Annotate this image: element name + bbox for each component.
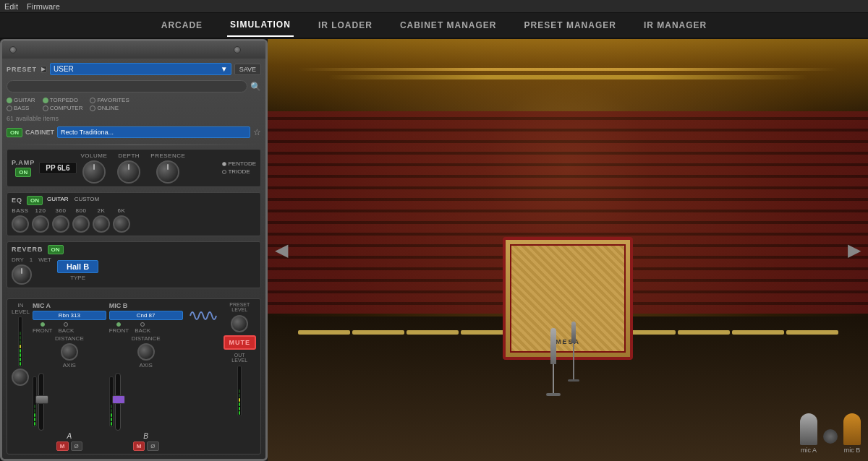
preset-dropdown[interactable]: USER ▼ xyxy=(50,63,231,75)
distance-a-label: DISTANCE xyxy=(33,335,106,342)
meter-seg xyxy=(20,349,21,353)
stage-nav-right[interactable]: ▶ xyxy=(848,240,861,260)
preamp-section: P.AMP ON PP 6L6 VOLUME DEPTH PRESENCE xyxy=(7,149,261,187)
eq-800-label: 800 xyxy=(76,207,87,214)
preset-label: PRESET xyxy=(7,66,37,73)
pentode-option[interactable]: PENTODE xyxy=(222,160,256,167)
divider-2 xyxy=(7,295,261,296)
menu-edit[interactable]: Edit xyxy=(4,2,18,11)
tab-simulation[interactable]: SIMULATION xyxy=(227,14,294,37)
distance-b-label: DISTANCE xyxy=(109,335,183,342)
mute-b-button[interactable]: M xyxy=(133,441,145,451)
triode-option[interactable]: TRIODE xyxy=(222,168,256,175)
filter-online[interactable]: ONLINE xyxy=(90,105,129,111)
eq-mode-guitar[interactable]: GUITAR xyxy=(47,196,69,202)
meter-seg xyxy=(111,409,112,413)
presence-knob[interactable] xyxy=(156,160,179,184)
mic-a-axis-knob[interactable] xyxy=(61,343,78,361)
depth-label: DEPTH xyxy=(119,152,140,159)
mute-a-button[interactable]: M xyxy=(56,441,69,451)
search-input[interactable] xyxy=(7,80,247,92)
depth-knob[interactable] xyxy=(117,160,140,184)
preamp-display[interactable]: PP 6L6 xyxy=(39,162,76,174)
phase-a-button[interactable]: Ø xyxy=(71,441,82,451)
menu-firmware[interactable]: Firmware xyxy=(27,2,60,11)
mic-section: INLEVEL MIC A R xyxy=(7,298,261,454)
mic-thumbnails: mic A mic B xyxy=(800,413,861,454)
eq-800-knob[interactable] xyxy=(72,215,90,233)
cabinet-on-button[interactable]: ON xyxy=(7,128,22,137)
stage-nav-left[interactable]: ◀ xyxy=(275,240,288,260)
meter-seg xyxy=(111,422,112,426)
cabinet-select[interactable]: Recto Traditiona... xyxy=(57,126,250,138)
mute-big-button[interactable]: MUTE xyxy=(224,335,257,350)
out-level-section: PRESETLEVEL MUTE OUTLEVEL xyxy=(224,302,257,416)
meter-seg xyxy=(20,336,21,340)
eq-bass-knob-container: BASS xyxy=(12,207,29,233)
in-level-knob[interactable] xyxy=(12,369,29,386)
main-area: PRESET ▶ USER ▼ SAVE 🔍 GUITAR BASS xyxy=(0,39,868,461)
reverb-drywet-knob[interactable] xyxy=(12,264,32,285)
fader-b-thumb[interactable] xyxy=(112,395,125,404)
mic-b-label: MIC B xyxy=(109,302,183,309)
filter-computer[interactable]: COMPUTER xyxy=(43,105,83,111)
eq-120-knob[interactable] xyxy=(32,215,49,233)
eq-2k-knob[interactable] xyxy=(93,215,110,233)
tab-ir-loader[interactable]: IR LOADER xyxy=(315,14,375,36)
mic-b-back[interactable]: BACK xyxy=(135,322,150,334)
1-label: 1 xyxy=(30,257,33,263)
mic-b-axis-knob[interactable] xyxy=(137,343,155,361)
eq-360-label: 360 xyxy=(56,207,67,214)
filter-favorites[interactable]: FAVORITES xyxy=(90,97,129,103)
meter-seg xyxy=(20,345,21,348)
mic-a-thumb-label: mic A xyxy=(801,447,817,454)
mic-b-select[interactable]: Cnd 87 xyxy=(109,311,183,320)
meter-seg xyxy=(20,358,21,361)
reverb-on-button[interactable]: ON xyxy=(48,245,64,254)
reverb-type-display[interactable]: Hall B xyxy=(57,260,98,273)
fader-a-thumb[interactable] xyxy=(35,395,48,404)
mic-a-back[interactable]: BACK xyxy=(58,322,74,334)
tab-cabinet-manager[interactable]: CABINET MANAGER xyxy=(397,14,500,36)
eq-bass-knob[interactable] xyxy=(12,215,29,233)
favorite-star-icon[interactable]: ☆ xyxy=(253,127,261,137)
mic-stand-a xyxy=(546,328,561,396)
screw-tr xyxy=(234,46,241,53)
eq-6k-knob[interactable] xyxy=(113,215,130,233)
save-button[interactable]: SAVE xyxy=(234,64,261,75)
navtabs: ARCADE SIMULATION IR LOADER CABINET MANA… xyxy=(0,13,868,39)
phase-b-button[interactable]: Ø xyxy=(147,441,158,451)
preamp-on-button[interactable]: ON xyxy=(15,168,31,177)
fader-a-label: A xyxy=(33,432,106,440)
mic-b-thumb-label: mic B xyxy=(844,447,861,454)
filter-bass[interactable]: BASS xyxy=(7,105,35,111)
tab-preset-manager[interactable]: PRESET MANAGER xyxy=(522,14,619,36)
eq-mode-custom[interactable]: CUSTOM xyxy=(75,196,100,202)
meter-seg xyxy=(239,407,240,410)
mic-a-select[interactable]: Rbn 313 xyxy=(33,311,106,320)
meter-seg xyxy=(34,405,35,408)
cabinet-row: ON CABINET Recto Traditiona... ☆ xyxy=(7,126,261,138)
filter-guitar[interactable]: GUITAR xyxy=(7,97,35,103)
eq-on-button[interactable]: ON xyxy=(27,196,43,205)
volume-knob[interactable] xyxy=(82,160,106,184)
eq-360-knob[interactable] xyxy=(52,215,69,233)
eq-6k-knob-container: 6K xyxy=(113,207,130,233)
mic-b-front[interactable]: FRONT xyxy=(109,322,129,334)
filter-group-1: GUITAR BASS xyxy=(7,97,35,111)
tab-arcade[interactable]: ARCADE xyxy=(158,14,205,36)
axis-a-label: AXIS xyxy=(33,362,106,369)
out-level-label: OUTLEVEL xyxy=(231,353,247,363)
eq-label: EQ xyxy=(12,197,22,204)
preset-value: USER xyxy=(54,65,74,73)
rack-top-bar xyxy=(2,41,265,59)
tab-ir-manager[interactable]: IR MANAGER xyxy=(641,14,710,36)
menubar: Edit Firmware xyxy=(0,0,868,13)
meter-seg xyxy=(239,398,240,402)
preset-level-knob[interactable] xyxy=(231,315,248,332)
divider-1 xyxy=(7,145,261,145)
mic-a-front[interactable]: FRONT xyxy=(33,322,53,334)
mic-a-label: MIC A xyxy=(33,302,106,309)
filter-torpedo[interactable]: TORPEDO xyxy=(43,97,83,103)
mic-thumb-spacer xyxy=(823,429,838,444)
